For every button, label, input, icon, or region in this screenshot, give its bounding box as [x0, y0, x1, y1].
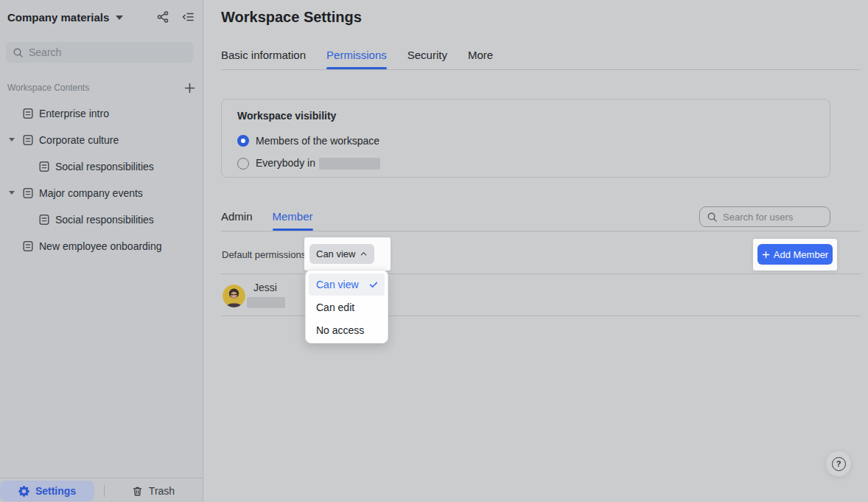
add-member-button[interactable]: Add Member	[757, 244, 833, 265]
member-name: Jessi	[253, 282, 277, 293]
user-search-input[interactable]	[723, 212, 823, 223]
tree-item-label: Enterprise intro	[39, 108, 109, 119]
document-icon	[22, 240, 34, 252]
question-mark-icon: ?	[832, 457, 846, 471]
permissions-dropdown-menu: Can view Can edit No access	[305, 270, 388, 344]
document-icon	[22, 108, 34, 119]
expand-toggle-icon[interactable]	[9, 138, 15, 142]
tree-item-label: Corporate culture	[39, 134, 119, 146]
check-icon	[368, 279, 379, 290]
settings-label: Settings	[35, 485, 76, 497]
document-icon	[22, 187, 34, 199]
chevron-up-icon	[360, 250, 368, 258]
trash-label: Trash	[149, 485, 175, 497]
menu-item-label: No access	[316, 319, 364, 341]
settings-button[interactable]: Settings	[0, 481, 94, 501]
dropdown-value: Can view	[316, 248, 355, 259]
sidebar-search[interactable]	[6, 42, 193, 63]
app-window: Company materials	[0, 0, 868, 502]
tree-item-enterprise-intro[interactable]: Enterprise intro	[0, 100, 203, 127]
expand-toggle-icon[interactable]	[9, 191, 15, 195]
tree-item-label: Social responsibilities	[55, 161, 154, 172]
default-permissions-label: Default permissions:	[222, 249, 309, 260]
tree-item-major-company-events[interactable]: Major company events	[0, 180, 203, 206]
document-icon	[38, 161, 50, 172]
sidebar: Company materials	[0, 0, 203, 502]
sidebar-footer: Settings Trash	[0, 478, 203, 502]
search-icon	[707, 212, 718, 223]
menu-item-can-edit[interactable]: Can edit	[309, 296, 385, 318]
chevron-down-icon[interactable]	[116, 15, 123, 20]
settings-tabs: Basic information Permissions Security M…	[221, 46, 493, 69]
avatar	[223, 285, 245, 307]
workspace-contents-label: Workspace Contents	[7, 83, 89, 93]
tree-item-label: Social responsibilities	[55, 214, 154, 226]
gear-icon	[18, 486, 29, 497]
tab-basic-information[interactable]: Basic information	[221, 46, 306, 69]
radio-unselected-icon[interactable]	[237, 158, 249, 170]
permissions-dropdown-trigger[interactable]: Can view	[309, 244, 374, 264]
tab-more[interactable]: More	[468, 46, 493, 69]
menu-item-no-access[interactable]: No access	[309, 319, 385, 341]
page-title: Workspace Settings	[221, 9, 362, 26]
tree-item-new-employee-onboarding[interactable]: New employee onboarding	[0, 233, 203, 259]
search-icon	[13, 47, 24, 58]
help-button[interactable]: ?	[825, 450, 852, 477]
add-page-icon[interactable]	[182, 80, 197, 95]
radio-selected-icon[interactable]	[237, 135, 249, 147]
tab-security[interactable]: Security	[407, 46, 447, 69]
tabs-divider	[221, 69, 861, 70]
role-tabs: Admin Member	[221, 209, 313, 231]
trash-button[interactable]: Trash	[116, 481, 190, 501]
tab-permissions[interactable]: Permissions	[326, 46, 387, 69]
redacted-org-name	[319, 158, 380, 170]
tree-item-social-responsibilities-1[interactable]: Social responsibilities	[0, 153, 203, 180]
collapse-sidebar-icon[interactable]	[181, 10, 195, 24]
workspace-contents-header: Workspace Contents	[7, 79, 197, 97]
document-icon	[22, 134, 34, 146]
tree-item-social-responsibilities-2[interactable]: Social responsibilities	[0, 206, 203, 233]
tab-admin[interactable]: Admin	[221, 209, 253, 231]
document-icon	[38, 214, 50, 226]
radio-option-everybody[interactable]: Everybody in	[237, 157, 380, 170]
workspace-visibility-card: Workspace visibility Members of the work…	[221, 99, 830, 178]
radio-option-members[interactable]: Members of the workspace	[237, 135, 379, 147]
tree-item-label: New employee onboarding	[39, 240, 162, 252]
menu-item-can-view[interactable]: Can view	[309, 273, 385, 296]
workspace-switcher[interactable]: Company materials	[7, 11, 109, 24]
plus-icon	[762, 251, 770, 259]
share-icon[interactable]	[155, 10, 170, 24]
trash-icon	[132, 486, 143, 497]
tree-item-corporate-culture[interactable]: Corporate culture	[0, 127, 203, 153]
radio-label: Members of the workspace	[256, 135, 379, 147]
user-search-box[interactable]	[699, 206, 830, 227]
add-member-label: Add Member	[774, 249, 828, 260]
tab-member[interactable]: Member	[273, 209, 313, 231]
footer-divider	[104, 485, 105, 497]
search-input[interactable]	[29, 46, 186, 58]
visibility-title: Workspace visibility	[237, 110, 336, 122]
radio-label: Everybody in	[256, 157, 380, 170]
sidebar-tree: Enterprise intro Corporate culture Socia…	[0, 100, 203, 259]
menu-item-label: Can view	[316, 273, 359, 296]
redacted-member-info	[247, 297, 285, 308]
tree-item-label: Major company events	[39, 187, 143, 199]
sidebar-header: Company materials	[7, 7, 195, 27]
menu-item-label: Can edit	[316, 296, 354, 318]
role-tabs-divider	[221, 231, 861, 231]
